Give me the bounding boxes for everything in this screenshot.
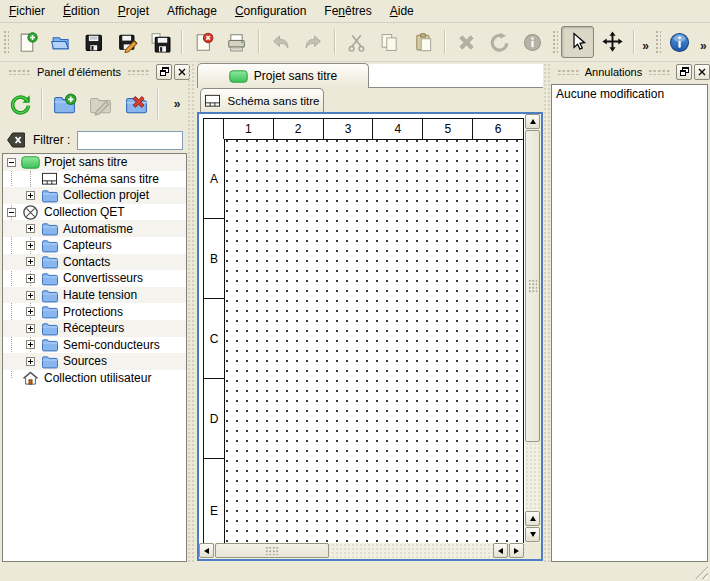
tree-item[interactable]: Collection QET [3,204,186,221]
float-panel-button[interactable] [156,64,172,80]
redo-button[interactable] [298,26,329,58]
elements-panel-titlebar[interactable]: Panel d'éléments [2,63,192,80]
toolbar-grip[interactable] [654,29,661,55]
tree-expander-plus-icon[interactable] [26,241,35,250]
tree-item[interactable]: Récepteurs [3,320,186,337]
tab-project[interactable]: Projet sans titre [197,63,369,88]
tree-expander-plus-icon[interactable] [26,224,35,233]
tree-item[interactable]: Collection projet [3,187,186,204]
tree-item[interactable]: Schéma sans titre [3,171,186,188]
folder-plus-icon [52,92,77,117]
toolbar-grip[interactable] [551,29,558,55]
filter-input[interactable] [77,131,183,150]
copy-button[interactable] [374,26,405,58]
tree-expander-plus-icon[interactable] [26,191,35,200]
right-splitter[interactable] [543,63,551,562]
delete-button[interactable] [451,26,482,58]
row-headers: ABCDE [204,139,225,543]
tree-item[interactable]: Convertisseurs [3,270,186,287]
tree-expander-plus-icon[interactable] [26,291,35,300]
horizontal-scrollbar[interactable] [199,543,525,559]
tree-expander-plus-icon[interactable] [26,274,35,283]
menu-edition[interactable]: Édition [54,1,109,21]
tree-expander-plus-icon[interactable] [26,257,35,266]
tree-item[interactable]: Collection utilisateur [3,370,186,387]
cut-button[interactable] [341,26,372,58]
tree-item[interactable]: Contacts [3,254,186,271]
diagram-canvas[interactable]: 123456 ABCDE [199,114,525,543]
scroll-left-button[interactable] [493,543,508,558]
open-button[interactable] [45,26,76,58]
scroll-left-button[interactable] [199,543,214,558]
menu-fichier[interactable]: Fichier [0,1,54,21]
clear-filter-button[interactable] [5,130,27,150]
tree-expander-plus-icon[interactable] [26,324,35,333]
cursor-arrow-icon [566,30,590,54]
tree-item-label: Collection utilisateur [44,371,151,385]
tree-item[interactable]: Projet sans titre [3,154,186,171]
menu-fenetres[interactable]: Fenêtres [315,1,380,21]
tree-item[interactable]: Protections [3,303,186,320]
scroll-right-button[interactable] [509,543,524,558]
undo-panel-titlebar[interactable]: Annulations [551,63,710,80]
tree-expander-minus-icon[interactable] [7,158,16,167]
vertical-scroll-thumb[interactable] [525,130,540,442]
tree-expander-minus-icon[interactable] [7,208,16,217]
close-file-button[interactable] [188,26,219,58]
thumb-grip [528,279,537,293]
new-document-button[interactable] [12,26,43,58]
dock-grip [8,68,31,75]
scroll-up-button[interactable] [525,511,540,526]
scrollbar-corner [525,543,541,559]
delete-category-button[interactable] [120,87,152,121]
tree-item[interactable]: Capteurs [3,237,186,254]
save-all-button[interactable] [145,26,176,58]
left-splitter[interactable] [187,63,195,562]
menu-configuration[interactable]: Configuration [226,1,315,21]
tree-expander-plus-icon[interactable] [26,340,35,349]
menu-aide[interactable]: Aide [381,1,423,21]
tree-item[interactable]: Sources [3,353,186,370]
scroll-up-button[interactable] [525,114,540,129]
tab-schema[interactable]: Schéma sans titre [200,88,324,112]
move-tool-button[interactable] [596,26,627,58]
toolbar-overflow-chevron[interactable]: » [696,31,710,53]
undo-button[interactable] [265,26,296,58]
save-as-button[interactable] [112,26,143,58]
toolbar-grip[interactable] [2,29,9,55]
edit-category-button[interactable] [84,87,116,121]
paste-button[interactable] [407,26,438,58]
toolbar-separator [41,89,43,119]
vertical-scrollbar[interactable] [525,114,541,543]
resize-grip[interactable] [695,566,708,579]
tree-expander-plus-icon[interactable] [26,357,35,366]
row-header: D [204,379,224,459]
reload-collections-button[interactable] [4,87,36,121]
info-button[interactable] [517,26,548,58]
selection-tool-button[interactable] [561,26,594,58]
toolbar-overflow-chevron[interactable]: » [639,31,653,53]
menu-affichage[interactable]: Affichage [158,1,226,21]
row-header: C [204,299,224,379]
float-icon [160,67,169,76]
tree-item[interactable]: Automatisme [3,220,186,237]
undo-list-item[interactable]: Aucune modification [552,85,707,103]
tree-item[interactable]: Haute tension [3,287,186,304]
horizontal-scroll-thumb[interactable] [215,543,329,558]
redo-icon [303,32,324,53]
scroll-down-button[interactable] [525,527,540,542]
save-icon [83,32,104,53]
float-panel-button[interactable] [676,64,692,80]
rotate-button[interactable] [484,26,515,58]
diagram-info-button[interactable] [664,26,695,58]
new-category-button[interactable] [48,87,80,121]
panel-overflow-chevron[interactable]: » [170,97,184,111]
element-tree: Projet sans titreSchéma sans titreCollec… [2,153,187,562]
diagram-view: 123456 ABCDE [197,112,543,561]
save-button[interactable] [78,26,109,58]
tree-expander-plus-icon[interactable] [26,307,35,316]
print-button[interactable] [221,26,252,58]
menu-projet[interactable]: Projet [109,1,158,21]
close-panel-button[interactable] [694,64,710,80]
tree-item[interactable]: Semi-conducteurs [3,337,186,354]
